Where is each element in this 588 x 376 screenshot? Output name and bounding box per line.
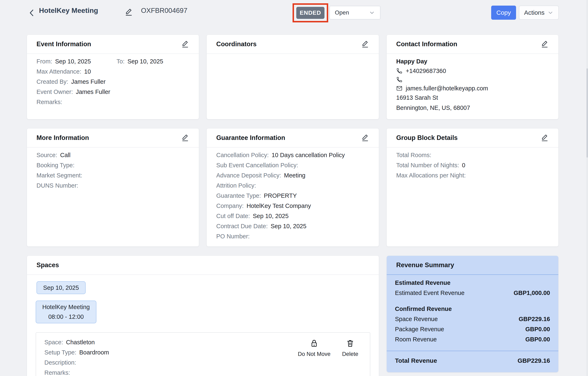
revenue-total-row: Total Revenue GBP229.16 [387,351,558,364]
card-title: Coordinators [216,41,257,48]
field-value: 10 [84,68,91,75]
field-label: Attrition Policy: [216,182,256,189]
contact-email-row: james.fuller@hotelkeyapp.com [396,84,549,93]
field-value: Call [60,152,71,158]
revenue-row-label: Package Revenue [395,326,444,333]
contact-phone2-row [396,75,549,84]
field-row: Description: [44,357,362,368]
field-label: Remarks: [36,99,62,105]
field-value: Chastleton [66,339,95,346]
scrollbar-thumb[interactable] [587,68,588,157]
revenue-row: Room Revenue GBP0.00 [395,334,550,345]
pencil-icon[interactable] [361,40,369,49]
pencil-icon [124,8,133,17]
edit-title-button[interactable] [124,8,133,17]
pencil-icon[interactable] [541,40,549,49]
revenue-row-amount: GBP1,000.00 [514,290,550,296]
contact-email: james.fuller@hotelkeyapp.com [406,85,488,92]
pencil-icon[interactable] [181,40,189,49]
page-title: HotelKey Meeting [39,6,98,14]
field-value: Sep 10, 2025 [271,223,306,230]
card-title: Contact Information [396,41,457,48]
field-row: Cut off Date: Sep 10, 2025 [216,211,369,221]
lock-icon [310,339,318,348]
field-label: Max Attendance: [36,68,81,75]
coordinators-card: Coordinators [207,35,379,119]
space-detail-panel: Space: Chastleton Setup Type: Boardroom … [36,332,370,376]
field-row: Cancellation Policy: 10 Days cancellatio… [216,150,369,160]
field-label: Market Segment: [36,172,82,179]
contact-address-row: 16913 Sarah St [396,93,549,103]
field-row: Advance Deposit Policy: Meeting [216,170,369,180]
field-label: Advance Deposit Policy: [216,172,281,179]
field-row: Company: HotelKey Test Company [216,201,369,211]
field-label: PO Number: [216,233,250,240]
revenue-section-label: Estimated Revenue [395,279,451,286]
pencil-icon[interactable] [541,133,549,142]
do-not-move-label: Do Not Move [298,351,330,357]
delete-button[interactable]: Delete [342,339,358,357]
coordinators-empty-body [207,54,379,59]
field-row: Event Owner: James Fuller [36,87,189,97]
card-title: Spaces [36,261,59,269]
field-label: From: [36,58,52,65]
revenue-row: Estimated Event Revenue GBP1,000.00 [395,288,550,298]
contact-phone: +14029687360 [406,68,446,74]
field-row: Sub Event Cancellation Policy: [216,160,369,170]
field-label: Max Allocations per Night: [396,172,466,179]
revenue-row-label: Space Revenue [395,316,438,323]
field-row: From: Sep 10, 2025 To: Sep 10, 2025 [36,56,189,67]
field-row: Max Allocations per Night: [396,170,549,180]
pencil-icon[interactable] [361,133,369,142]
phone-icon [396,76,402,83]
chevron-left-icon [27,8,36,18]
field-value: Sep 10, 2025 [253,213,289,219]
status-select-value: Open [335,9,369,16]
field-label: Contract Due Date: [216,223,268,230]
spaces-card: Spaces Sep 10, 2025 HotelKey Meeting 08:… [27,256,379,376]
field-row: Attrition Policy: [216,180,369,191]
field-value: Boardroom [79,349,109,356]
content-grid: Event Information From: Sep 10, 2025 To:… [27,35,586,376]
field-value: 10 Days cancellation Policy [272,152,345,158]
card-title: Event Information [36,41,91,48]
revenue-row: Package Revenue GBP0.00 [395,324,550,334]
field-row: Guarantee Type: PROPERTY [216,191,369,201]
status-select[interactable]: Open [329,6,380,20]
field-label: Booking Type: [36,162,74,169]
booking-chip-name: HotelKey Meeting [42,302,90,312]
field-row: Remarks: [36,97,189,107]
space-date-label: Sep 10, 2025 [43,284,79,291]
field-row: Source: Call [36,150,189,160]
actions-button[interactable]: Actions [519,6,559,20]
field-value: HotelKey Test Company [247,202,311,209]
space-date-chip[interactable]: Sep 10, 2025 [36,281,86,294]
chevron-down-icon [369,10,375,16]
space-booking-chip[interactable]: HotelKey Meeting 08:00 - 12:00 [36,301,96,323]
revenue-row-amount: GBP0.00 [525,336,550,343]
revenue-total-amount: GBP229.16 [517,357,550,364]
revenue-section-header: Confirmed Revenue [395,304,550,314]
contact-phone-row: +14029687360 [396,67,549,75]
field-value: Sep 10, 2025 [55,58,91,65]
field-value: James Fuller [71,78,105,85]
revenue-section-header: Estimated Revenue [395,278,550,288]
event-information-card: Event Information From: Sep 10, 2025 To:… [27,35,199,119]
do-not-move-button[interactable]: Do Not Move [298,339,330,357]
scrollbar[interactable] [586,0,588,376]
field-row: Contract Due Date: Sep 10, 2025 [216,221,369,231]
field-label: Company: [216,202,244,209]
field-label: Remarks: [44,369,70,376]
back-button[interactable] [27,8,36,18]
group-block-details-card: Group Block Details Total Rooms: Total N… [387,128,558,246]
contact-address-line1: 16913 Sarah St [396,94,438,101]
field-label: DUNS Number: [36,182,78,189]
pencil-icon[interactable] [181,133,189,142]
field-value: Sep 10, 2025 [127,58,163,65]
field-label: Source: [36,152,57,158]
copy-button[interactable]: Copy [491,6,516,20]
revenue-row-amount: GBP229.16 [519,316,550,323]
contact-address-row: Bennington, NE, US, 68007 [396,103,549,113]
delete-label: Delete [342,351,358,357]
card-title: Revenue Summary [396,261,454,269]
